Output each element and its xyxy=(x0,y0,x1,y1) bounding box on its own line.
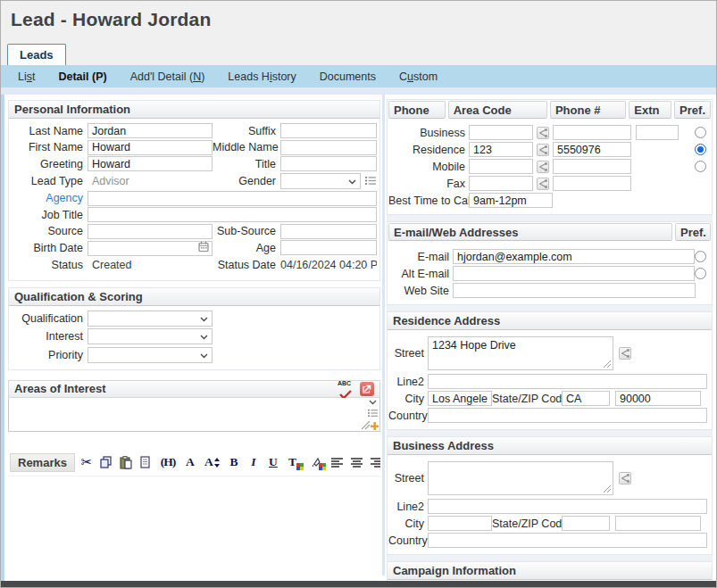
phone-pref-header: Pref. xyxy=(674,101,711,119)
font-size-icon[interactable]: A xyxy=(202,454,222,471)
qualification-select[interactable] xyxy=(88,311,213,327)
fax-area-code-input[interactable] xyxy=(469,176,533,191)
alt-email-pref-radio[interactable] xyxy=(695,268,706,279)
priority-select[interactable] xyxy=(88,347,213,363)
resize-handle-icon[interactable] xyxy=(604,360,611,368)
nav-addl-detail[interactable]: Add'l Detail (N) xyxy=(119,70,217,83)
address-format-icon[interactable] xyxy=(619,472,631,484)
nav-documents[interactable]: Documents xyxy=(308,70,388,83)
spell-check-icon[interactable]: ABC xyxy=(338,381,355,397)
phone-format-icon[interactable] xyxy=(537,178,549,190)
chevron-down-icon[interactable] xyxy=(369,400,377,405)
paste-icon[interactable] xyxy=(118,454,134,471)
last-name-label: Last Name xyxy=(9,125,88,137)
calendar-icon[interactable] xyxy=(198,241,209,253)
business-phone-input[interactable] xyxy=(553,125,631,140)
business-city-input[interactable] xyxy=(428,516,492,531)
suffix-input[interactable] xyxy=(280,123,377,138)
campaign-information-header: Campaign Information xyxy=(388,562,712,580)
phone-format-icon[interactable] xyxy=(537,161,549,173)
plain-text-icon[interactable] xyxy=(138,454,154,471)
residence-street-textarea[interactable]: 1234 Hope Drive xyxy=(428,336,613,370)
phone-format-icon[interactable] xyxy=(537,127,549,139)
add-icon[interactable] xyxy=(371,422,379,430)
content-area: Personal Information Last Name Suffix Fi… xyxy=(1,95,716,581)
title-input[interactable] xyxy=(280,156,377,171)
business-pref-radio[interactable] xyxy=(695,127,706,138)
chevron-down-icon xyxy=(200,317,208,322)
phone-format-icon[interactable] xyxy=(537,144,549,156)
italic-icon[interactable]: I xyxy=(246,454,262,471)
business-zip-input[interactable] xyxy=(615,516,701,531)
html-source-icon[interactable]: (H) xyxy=(157,454,179,471)
tab-leads[interactable]: Leads xyxy=(7,44,66,65)
residence-phone-input[interactable] xyxy=(553,142,631,157)
residence-area-code-input[interactable] xyxy=(469,142,533,157)
first-name-input[interactable] xyxy=(88,140,213,155)
text-color-icon[interactable]: T xyxy=(285,454,304,471)
business-extn-input[interactable] xyxy=(636,125,679,140)
align-left-icon[interactable] xyxy=(329,454,346,471)
nav-list[interactable]: List xyxy=(6,70,46,83)
interest-select[interactable] xyxy=(88,328,213,344)
remarks-button[interactable]: Remarks xyxy=(10,453,75,472)
residence-line2-input[interactable] xyxy=(428,374,707,389)
agency-link[interactable]: Agency xyxy=(9,192,88,204)
copy-icon[interactable] xyxy=(98,454,114,471)
middle-name-label: Middle Name xyxy=(213,141,280,153)
best-time-to-call-input[interactable] xyxy=(469,193,553,208)
fax-label: Fax xyxy=(388,178,469,190)
job-title-input[interactable] xyxy=(88,207,377,222)
residence-city-input[interactable] xyxy=(428,391,492,406)
areas-of-interest-panel: Areas of Interest ABC xyxy=(8,380,380,432)
business-country-input[interactable] xyxy=(428,533,707,548)
residence-pref-radio[interactable] xyxy=(695,144,706,155)
last-name-input[interactable] xyxy=(88,123,213,138)
expand-window-icon[interactable] xyxy=(360,382,374,396)
web-site-input[interactable] xyxy=(453,283,696,298)
sub-source-input[interactable] xyxy=(280,224,377,239)
mobile-pref-radio[interactable] xyxy=(695,161,706,172)
email-label: E-mail xyxy=(388,251,453,263)
business-street-textarea[interactable] xyxy=(428,461,613,495)
cut-icon[interactable]: ✂ xyxy=(79,454,95,471)
list-picker-icon[interactable] xyxy=(368,409,378,418)
underline-icon[interactable]: U xyxy=(265,454,281,471)
remarks-editor-area[interactable] xyxy=(8,476,380,580)
mobile-area-code-input[interactable] xyxy=(469,159,533,174)
nav-custom[interactable]: Custom xyxy=(388,70,449,83)
email-pref-radio[interactable] xyxy=(695,251,706,262)
resize-handle-icon[interactable] xyxy=(604,485,611,493)
age-input[interactable] xyxy=(280,240,377,255)
residence-state-input[interactable] xyxy=(562,391,610,406)
business-line2-input[interactable] xyxy=(428,499,707,514)
residence-zip-input[interactable] xyxy=(615,391,701,406)
align-center-icon[interactable] xyxy=(349,454,365,471)
gender-select[interactable] xyxy=(280,173,361,189)
fax-number-input[interactable] xyxy=(553,176,631,191)
interest-label: Interest xyxy=(9,330,88,343)
bold-icon[interactable]: B xyxy=(226,454,242,471)
address-format-icon[interactable] xyxy=(619,347,631,360)
alt-email-input[interactable] xyxy=(453,266,695,281)
align-right-icon[interactable] xyxy=(369,454,380,471)
greeting-input[interactable] xyxy=(88,156,213,171)
nav-leads-history[interactable]: Leads History xyxy=(216,70,307,83)
birth-date-input[interactable] xyxy=(88,241,213,256)
gender-list-icon[interactable] xyxy=(365,176,376,186)
areas-of-interest-textarea[interactable] xyxy=(8,398,380,432)
highlight-color-icon[interactable] xyxy=(307,454,326,471)
mobile-phone-input[interactable] xyxy=(553,159,631,174)
agency-input[interactable] xyxy=(88,191,377,206)
resize-handle-icon[interactable] xyxy=(362,421,370,429)
source-input[interactable] xyxy=(88,224,213,239)
nav-detail[interactable]: Detail (P) xyxy=(46,70,118,83)
gender-label: Gender xyxy=(213,175,280,187)
residence-country-input[interactable] xyxy=(428,408,707,423)
font-icon[interactable]: A xyxy=(182,454,198,471)
chevron-down-icon xyxy=(348,179,356,185)
email-input[interactable] xyxy=(453,249,695,264)
middle-name-input[interactable] xyxy=(280,140,377,155)
business-area-code-input[interactable] xyxy=(469,125,533,140)
business-state-input[interactable] xyxy=(562,516,610,531)
